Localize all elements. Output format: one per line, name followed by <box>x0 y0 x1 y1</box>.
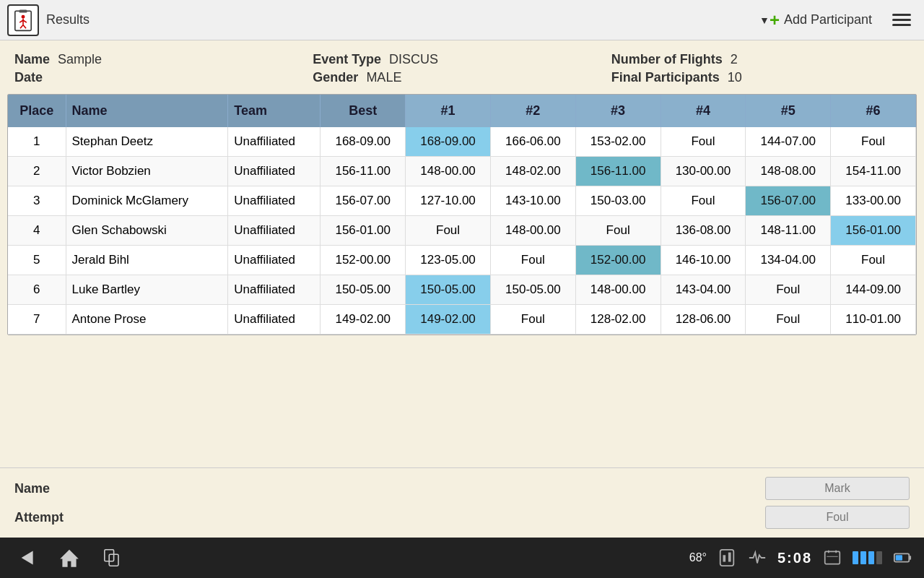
results-label: Results <box>46 12 759 27</box>
name-value: Sample <box>58 52 102 66</box>
svg-rect-13 <box>723 555 725 561</box>
col-f6: #6 <box>831 95 916 127</box>
date-row: Date <box>14 70 313 85</box>
nav-buttons <box>12 545 127 571</box>
info-section: Name Sample Date Event Type DISCUS Gende… <box>0 40 924 94</box>
col-name: Name <box>66 95 228 127</box>
recent-apps-button[interactable] <box>98 545 127 571</box>
pulse-icon <box>747 548 767 568</box>
temperature-display: 68° <box>689 551 707 564</box>
name-label: Name <box>14 52 50 66</box>
add-participant-label: Add Participant <box>784 12 872 27</box>
col-best: Best <box>321 95 406 127</box>
participants-label: Final Participants <box>611 70 720 85</box>
hamburger-menu-icon[interactable] <box>886 8 917 32</box>
svg-rect-1 <box>19 9 27 12</box>
flights-row: Number of Flights 2 <box>611 52 910 67</box>
status-bar: 68° 5:08 <box>0 538 924 578</box>
results-table: Place Name Team Best #1 #2 #3 #4 #5 #6 1… <box>8 95 916 335</box>
time-display: 5:08 <box>777 550 812 566</box>
add-participant-button[interactable]: + Add Participant <box>770 10 872 30</box>
participants-row: Final Participants 10 <box>611 70 910 85</box>
gender-value: MALE <box>366 70 401 85</box>
table-row[interactable]: 5Jerald BihlUnaffiliated152-00.00123-05.… <box>8 246 916 275</box>
info-col-left: Name Sample Date <box>14 52 313 88</box>
svg-rect-12 <box>720 550 734 566</box>
svg-point-2 <box>22 14 25 18</box>
svg-rect-15 <box>825 551 840 564</box>
bottom-name-label: Name <box>14 481 101 496</box>
col-place: Place <box>8 95 66 127</box>
svg-marker-8 <box>22 551 33 564</box>
table-row[interactable]: 2Victor BobzienUnaffiliated156-11.00148-… <box>8 157 916 186</box>
top-bar: Results ▼ + Add Participant <box>0 0 924 40</box>
status-right: 68° 5:08 <box>689 548 912 568</box>
flights-label: Number of Flights <box>611 52 723 66</box>
attempt-edit-row: Attempt Foul <box>14 506 910 529</box>
battery-seg-3 <box>868 551 874 564</box>
event-type-label: Event Type <box>313 52 381 66</box>
col-team: Team <box>228 95 321 127</box>
info-col-middle: Event Type DISCUS Gender MALE <box>313 52 611 88</box>
event-type-row: Event Type DISCUS <box>313 52 611 67</box>
col-f2: #2 <box>490 95 575 127</box>
table-row[interactable]: 4Glen SchabowskiUnaffiliated156-01.00Fou… <box>8 216 916 246</box>
flights-value: 2 <box>731 52 738 66</box>
app-icon <box>7 4 39 36</box>
mark-input[interactable]: Mark <box>765 477 910 500</box>
svg-rect-14 <box>728 553 731 562</box>
battery-seg-1 <box>853 551 858 564</box>
svg-rect-21 <box>896 555 902 560</box>
battery-icon <box>892 548 912 568</box>
date-label: Date <box>14 70 43 85</box>
table-row[interactable]: 6Luke BartleyUnaffiliated150-05.00150-05… <box>8 275 916 305</box>
svg-marker-9 <box>60 550 79 567</box>
event-type-value: DISCUS <box>389 52 438 66</box>
results-table-container: Place Name Team Best #1 #2 #3 #4 #5 #6 1… <box>7 94 917 335</box>
bottom-attempt-label: Attempt <box>14 510 101 525</box>
bottom-edit-panel: Name Mark Attempt Foul <box>0 467 924 538</box>
table-row[interactable]: 7Antone ProseUnaffiliated149-02.00149-02… <box>8 305 916 335</box>
table-row[interactable]: 1Stephan DeetzUnaffiliated168-09.00168-0… <box>8 127 916 157</box>
foul-input[interactable]: Foul <box>765 506 910 529</box>
participants-value: 10 <box>728 70 742 85</box>
battery-seg-4 <box>876 551 882 564</box>
col-f3: #3 <box>575 95 661 127</box>
col-f1: #1 <box>406 95 491 127</box>
battery-seg-2 <box>860 551 866 564</box>
info-col-right: Number of Flights 2 Final Participants 1… <box>611 52 910 88</box>
battery-indicator <box>853 551 882 564</box>
plus-icon: + <box>770 10 780 30</box>
col-f5: #5 <box>746 95 831 127</box>
table-row[interactable]: 3Dominick McGlameryUnaffiliated156-07.00… <box>8 186 916 216</box>
name-edit-row: Name Mark <box>14 477 910 500</box>
gender-row: Gender MALE <box>313 70 611 85</box>
dropdown-arrow[interactable]: ▼ <box>759 14 770 26</box>
back-button[interactable] <box>12 545 40 571</box>
name-row: Name Sample <box>14 52 313 67</box>
clock-icon <box>822 548 842 568</box>
gender-label: Gender <box>313 70 358 85</box>
sim-icon <box>717 548 737 568</box>
home-button[interactable] <box>55 545 84 571</box>
col-f4: #4 <box>661 95 746 127</box>
svg-rect-20 <box>909 556 911 560</box>
